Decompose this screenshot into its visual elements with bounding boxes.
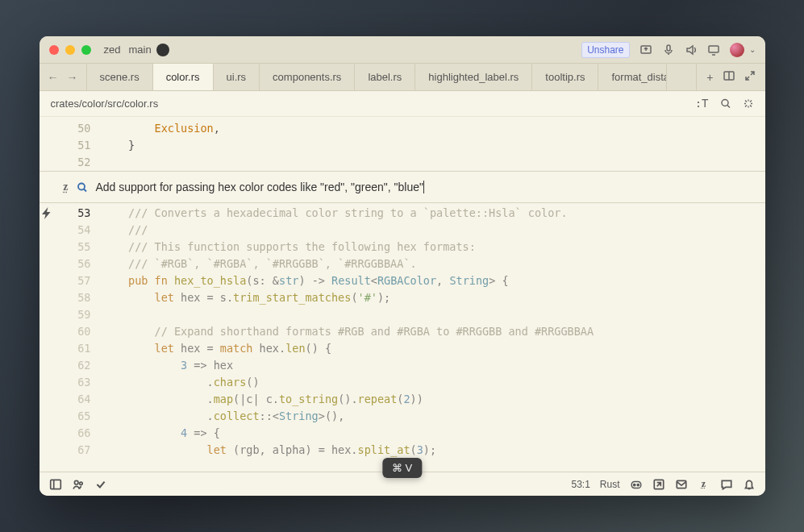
code-line[interactable]: 56 /// `#RGB`, `#RGBA`, `#RRGGBB`, `#RRG… <box>40 256 765 272</box>
code-content: let (rgb, alpha) = hex.split_at(3); <box>102 442 437 459</box>
code-content: } <box>102 137 135 154</box>
github-icon[interactable] <box>156 44 169 56</box>
code-pane-top[interactable]: 50 Exclusion,51 }52 <box>40 117 765 171</box>
svg-point-15 <box>637 484 639 485</box>
code-content: let hex = match hex.len() { <box>102 340 332 357</box>
split-pane-icon[interactable] <box>723 70 735 84</box>
code-line[interactable]: 60 // Expand shorthand formats #RGB and … <box>40 323 765 340</box>
tab-scene-rs[interactable]: scene.rs <box>87 64 153 90</box>
tab-components-rs[interactable]: components.rs <box>260 64 355 90</box>
tab-format-dista[interactable]: format_dista <box>598 64 667 90</box>
svg-line-6 <box>727 106 730 108</box>
editor-area: 50 Exclusion,51 }52 z Add support for pa… <box>40 117 765 472</box>
tab-highlighted-label-rs[interactable]: highlighted_label.rs <box>415 64 532 90</box>
tab-tooltip-rs[interactable]: tooltip.rs <box>532 64 598 90</box>
tab-ui-rs[interactable]: ui.rs <box>214 64 260 90</box>
nav-back-button[interactable]: ← <box>48 71 59 84</box>
minimize-window-button[interactable] <box>65 45 75 55</box>
breadcrumb[interactable]: crates/color/src/color.rs <box>51 98 159 110</box>
code-line[interactable]: 50 Exclusion, <box>40 120 765 137</box>
tab-color-rs[interactable]: color.rs <box>153 64 214 90</box>
close-window-button[interactable] <box>49 45 59 55</box>
code-line[interactable]: 58 let hex = s.trim_start_matches('#'); <box>40 289 765 306</box>
code-line[interactable]: 65 .collect::<String>(), <box>40 408 765 425</box>
code-content: // Expand shorthand formats #RGB and #RG… <box>102 323 594 340</box>
code-pane-bottom[interactable]: 53 /// Converts a hexadecimal color stri… <box>40 203 765 472</box>
svg-point-14 <box>633 484 635 485</box>
code-content: Exclusion, <box>102 120 220 137</box>
code-line[interactable]: 66 4 => { <box>40 425 765 442</box>
code-content: let hex = s.trim_start_matches('#'); <box>102 289 391 306</box>
mail-icon[interactable] <box>675 478 688 491</box>
chevron-down-icon[interactable]: ⌄ <box>749 45 756 54</box>
window-controls <box>49 45 91 55</box>
search-icon[interactable] <box>77 181 88 194</box>
code-line[interactable]: 54 /// <box>40 222 765 239</box>
line-number: 62 <box>54 357 102 374</box>
expand-icon[interactable] <box>744 70 756 84</box>
code-line[interactable]: 52 <box>40 154 765 171</box>
user-avatar[interactable] <box>730 43 744 57</box>
line-number: 66 <box>54 425 102 442</box>
code-content: /// This function supports the following… <box>102 239 476 256</box>
code-line[interactable]: 59 <box>40 306 765 323</box>
line-number: 60 <box>54 323 102 340</box>
bolt-icon <box>40 205 54 222</box>
collab-panel-icon[interactable] <box>72 478 85 491</box>
cursor-position[interactable]: 53:1 <box>571 479 589 490</box>
screen-icon[interactable] <box>707 44 720 56</box>
tab-label-rs[interactable]: label.rs <box>355 64 415 90</box>
diagnostics-check-icon[interactable] <box>94 478 107 491</box>
search-icon[interactable] <box>720 97 731 110</box>
editor-window: zed main Unshare ⌄ ← → scene.rscol <box>40 36 765 496</box>
code-line[interactable]: 53 /// Converts a hexadecimal color stri… <box>40 205 765 222</box>
chat-icon[interactable] <box>720 478 733 491</box>
new-tab-button[interactable]: + <box>706 71 713 84</box>
sparkle-icon[interactable] <box>743 97 754 110</box>
maximize-window-button[interactable] <box>81 45 91 55</box>
code-content: /// <box>102 222 148 239</box>
app-name: zed <box>104 44 121 56</box>
command-hint-pill: ⌘ V <box>382 458 422 478</box>
svg-rect-2 <box>709 46 719 52</box>
nav-forward-button[interactable]: → <box>67 71 78 84</box>
line-number: 64 <box>54 391 102 408</box>
zed-icon[interactable]: z <box>698 478 710 491</box>
line-number: 61 <box>54 340 102 357</box>
inlay-hints-toggle[interactable]: :T <box>695 97 709 110</box>
code-content: pub fn hex_to_hsla(s: &str) -> Result<RG… <box>102 272 509 289</box>
line-number: 58 <box>54 289 102 306</box>
titlebar: zed main Unshare ⌄ <box>40 36 765 64</box>
ai-prompt-input[interactable]: Add support for passing hex color codes … <box>96 181 757 193</box>
line-number: 53 <box>54 205 102 222</box>
svg-point-7 <box>78 183 85 189</box>
svg-point-12 <box>79 482 81 484</box>
code-line[interactable]: 55 /// This function supports the follow… <box>40 239 765 256</box>
line-number: 57 <box>54 272 102 289</box>
breadcrumb-bar: crates/color/src/color.rs :T <box>40 91 765 117</box>
svg-point-11 <box>74 480 78 484</box>
git-branch[interactable]: main <box>128 44 151 56</box>
ai-prompt-row: z Add support for passing hex color code… <box>40 171 765 203</box>
speaker-icon[interactable] <box>685 44 698 56</box>
line-number: 56 <box>54 256 102 272</box>
code-line[interactable]: 61 let hex = match hex.len() { <box>40 340 765 357</box>
microphone-icon[interactable] <box>662 44 675 56</box>
bell-icon[interactable] <box>743 478 756 491</box>
code-line[interactable]: 62 3 => hex <box>40 357 765 374</box>
code-line[interactable]: 67 let (rgb, alpha) = hex.split_at(3); <box>40 442 765 459</box>
code-line[interactable]: 51 } <box>40 137 765 154</box>
code-line[interactable]: 57 pub fn hex_to_hsla(s: &str) -> Result… <box>40 272 765 289</box>
feedback-icon[interactable] <box>652 478 665 491</box>
copilot-icon[interactable] <box>630 478 643 491</box>
project-panel-icon[interactable] <box>49 478 62 491</box>
line-number: 50 <box>54 120 102 137</box>
screen-share-icon[interactable] <box>639 44 652 56</box>
zed-ai-icon[interactable]: z <box>63 181 68 194</box>
code-line[interactable]: 63 .chars() <box>40 374 765 391</box>
unshare-button[interactable]: Unshare <box>581 42 629 58</box>
language-mode[interactable]: Rust <box>600 479 620 490</box>
line-number: 63 <box>54 374 102 391</box>
code-content: /// Converts a hexadecimal color string … <box>102 205 568 222</box>
code-line[interactable]: 64 .map(|c| c.to_string().repeat(2)) <box>40 391 765 408</box>
